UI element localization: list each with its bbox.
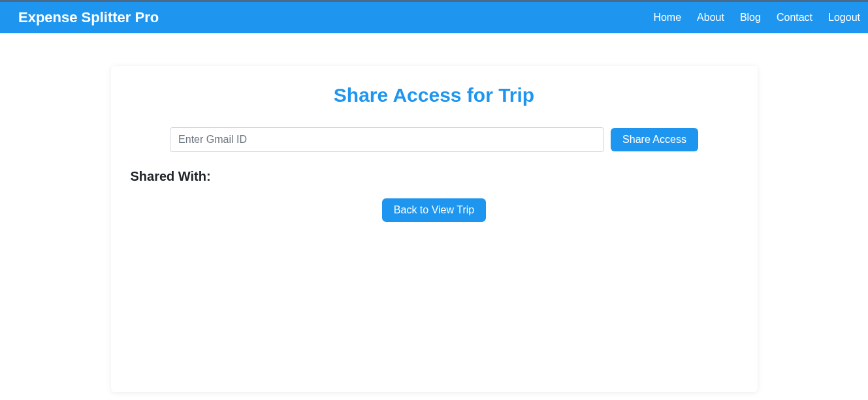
nav-link-blog[interactable]: Blog [740,12,761,23]
shared-with-label: Shared With: [131,169,738,184]
back-row: Back to View Trip [131,198,738,222]
navbar-brand[interactable]: Expense Splitter Pro [18,9,159,26]
nav-link-contact[interactable]: Contact [777,12,812,23]
share-form-row: Share Access [131,127,738,152]
main-container: Share Access for Trip Share Access Share… [101,66,767,392]
back-to-view-trip-button[interactable]: Back to View Trip [382,198,486,222]
nav-link-logout[interactable]: Logout [828,12,860,23]
navbar-nav: Home About Blog Contact Logout [653,12,860,23]
nav-link-home[interactable]: Home [653,12,681,23]
email-input[interactable] [170,127,604,152]
card: Share Access for Trip Share Access Share… [111,66,758,392]
navbar: Expense Splitter Pro Home About Blog Con… [0,2,868,33]
page-title: Share Access for Trip [131,84,738,106]
share-access-button[interactable]: Share Access [611,128,698,151]
nav-link-about[interactable]: About [697,12,724,23]
